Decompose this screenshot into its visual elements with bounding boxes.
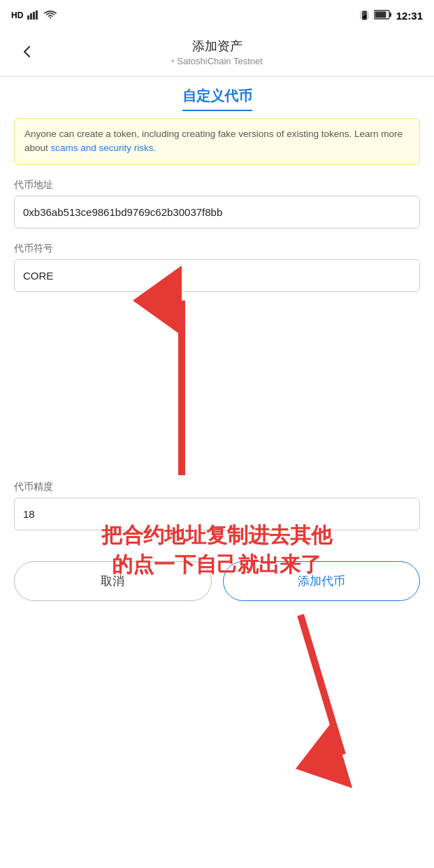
svg-rect-0 (27, 15, 29, 20)
time: 12:31 (396, 10, 423, 22)
address-field-group: 代币地址 (14, 179, 420, 229)
back-button[interactable] (14, 41, 41, 66)
symbol-field-group: 代币符号 (14, 243, 420, 292)
svg-rect-5 (389, 13, 391, 17)
tab-section: 自定义代币 (0, 77, 434, 111)
header: 添加资产 • SatoshiChain Testnet (0, 31, 434, 77)
svg-rect-6 (375, 11, 386, 17)
address-label: 代币地址 (14, 179, 420, 191)
warning-box: Anyone can create a token, including cre… (14, 118, 420, 165)
symbol-input[interactable] (14, 259, 420, 292)
decimals-label: 代币精度 (14, 481, 420, 493)
tab-custom-token[interactable]: 自定义代币 (182, 87, 252, 111)
battery-icon (374, 10, 392, 22)
wifi-icon (44, 10, 57, 22)
cancel-button[interactable]: 取消 (14, 561, 212, 601)
status-right: 📳 12:31 (359, 10, 423, 22)
warning-link[interactable]: scams and security risks. (51, 143, 157, 153)
form-section: 代币地址 代币符号 (0, 179, 434, 292)
decimals-field-group: 代币精度 (0, 481, 434, 530)
decimals-input[interactable] (14, 498, 420, 530)
svg-rect-2 (33, 12, 35, 20)
vibrate-icon: 📳 (359, 10, 370, 20)
svg-line-10 (301, 615, 342, 755)
warning-prefix-text: Anyone can create a token, including cre… (24, 129, 354, 139)
page-title: 添加资产 (14, 38, 420, 55)
svg-rect-3 (36, 10, 38, 20)
svg-rect-1 (30, 13, 32, 20)
bottom-buttons: 取消 添加代币 (0, 547, 434, 622)
add-token-button[interactable]: 添加代币 (223, 561, 421, 601)
status-bar: HD 📳 12:31 (0, 0, 434, 31)
network-signal (27, 10, 40, 22)
network-subtitle: • SatoshiChain Testnet (14, 56, 420, 66)
symbol-label: 代币符号 (14, 243, 420, 255)
status-left: HD (11, 10, 57, 22)
address-input[interactable] (14, 196, 420, 229)
hd-label: HD (11, 10, 23, 20)
